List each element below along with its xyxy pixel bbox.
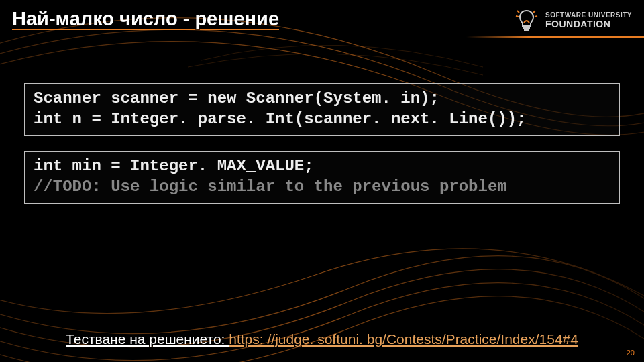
footer-link[interactable]: https: //judge. softuni. bg/Contests/Pra…: [229, 331, 578, 347]
logo: SOFTWARE UNIVERSITY FOUNDATION: [513, 5, 632, 34]
footer: Тестване на решението: https: //judge. s…: [0, 331, 644, 347]
page-title: Най-малко число - решение: [12, 8, 279, 30]
page-number: 20: [627, 349, 635, 357]
code-block-1: Scanner scanner = new Scanner(System. in…: [24, 83, 620, 136]
logo-line1: SOFTWARE UNIVERSITY: [545, 12, 632, 19]
content: Scanner scanner = new Scanner(System. in…: [12, 83, 632, 204]
footer-prefix: Тестване на решението:: [66, 331, 229, 347]
header: Най-малко число - решение SOFTWARE UNIVE…: [12, 5, 632, 44]
logo-divider: [466, 36, 644, 38]
code-comment: //TODO: Use logic similar to the previou…: [34, 178, 507, 196]
logo-text: SOFTWARE UNIVERSITY FOUNDATION: [545, 12, 632, 29]
code-block-2: int min = Integer. MAX_VALUE; //TODO: Us…: [24, 151, 620, 204]
code-line: int min = Integer. MAX_VALUE;: [34, 157, 314, 175]
slide: Най-малко число - решение SOFTWARE UNIVE…: [0, 0, 644, 362]
lightbulb-icon: [513, 7, 540, 34]
logo-line2: FOUNDATION: [545, 19, 632, 29]
